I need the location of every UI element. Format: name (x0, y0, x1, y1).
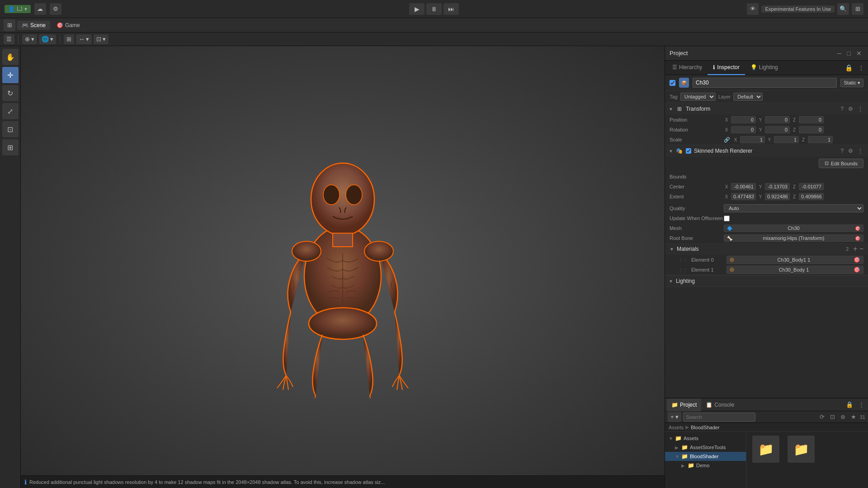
center-row: Center X Y Z (665, 182, 868, 192)
search-btn[interactable]: 🔍 (837, 3, 849, 15)
game-tab[interactable]: 🎯 Game (52, 21, 85, 30)
mesh-value-display[interactable]: 🔷 Ch30 🎯 (724, 225, 863, 232)
mesh-row: Mesh 🔷 Ch30 🎯 (665, 223, 868, 233)
asset-search-input[interactable] (683, 413, 755, 422)
center-x-input[interactable] (731, 183, 756, 190)
play-button[interactable]: ▶ (409, 3, 425, 15)
rect-tool[interactable]: ⊡ (2, 121, 19, 137)
collapse-btn[interactable]: ⊡ (828, 413, 837, 421)
more-btn[interactable]: ⋮ (856, 63, 866, 72)
project-tab[interactable]: 📁 Project (667, 399, 701, 411)
console-tab[interactable]: 📋 Console (701, 399, 739, 411)
maximize-btn[interactable]: □ (845, 49, 853, 58)
global-btn[interactable]: 🌐 ▾ (39, 34, 56, 44)
snap2-btn[interactable]: ↔▾ (76, 34, 92, 44)
element-1-value[interactable]: Ch30_Body 1 🎯 (726, 266, 863, 274)
layer-select[interactable]: Default (733, 93, 763, 101)
center-z-input[interactable] (799, 183, 824, 190)
scene-tab[interactable]: 🎮 Scene (17, 21, 50, 30)
scale-tool[interactable]: ⤢ (2, 103, 19, 119)
mesh-settings-btn[interactable]: ⚙ (847, 147, 854, 155)
extent-x-input[interactable] (731, 193, 756, 200)
tab-inspector[interactable]: ℹ Inspector (708, 61, 745, 75)
scale-values: 🔗 X Y Z (724, 136, 863, 143)
transform-tool[interactable]: ⊞ (2, 139, 19, 155)
material-0-target-btn[interactable]: 🎯 (854, 257, 860, 263)
hand-tool[interactable]: ✋ (2, 49, 19, 65)
panel-more-btn[interactable]: ⋮ (857, 400, 866, 409)
collab-btn[interactable]: 👁 (747, 3, 759, 15)
pos-x-input[interactable] (731, 116, 756, 123)
lock-panel-btn[interactable]: 🔒 (844, 400, 855, 409)
mesh-help-btn[interactable]: ? (839, 147, 845, 155)
transform-settings-btn[interactable]: ⚙ (847, 105, 854, 113)
add-asset-btn[interactable]: + ▾ (668, 412, 681, 422)
scale-x-input[interactable] (740, 136, 765, 143)
pos-y-input[interactable] (765, 116, 790, 123)
breadcrumb-assets[interactable]: Assets (669, 425, 684, 430)
center-y-input[interactable] (765, 183, 790, 190)
scale-z-input[interactable] (808, 136, 833, 143)
rotate-tool[interactable]: ↻ (2, 85, 19, 101)
breadcrumb-current: BloodShader (691, 425, 720, 430)
transform-header[interactable]: ▼ ⊞ Transform ? ⚙ ⋮ (665, 103, 868, 115)
object-enabled-checkbox[interactable] (670, 80, 675, 86)
cloud-btn[interactable]: ☁ (34, 3, 46, 15)
extent-y-input[interactable] (765, 193, 790, 200)
layers-btn[interactable]: ⊞ (852, 3, 863, 15)
remove-material-btn[interactable]: − (859, 245, 863, 253)
update-offscreen-checkbox[interactable] (724, 216, 730, 221)
material-1-target-btn[interactable]: 🎯 (854, 267, 860, 273)
tab-lighting[interactable]: 💡 Lighting (745, 61, 783, 75)
star-btn[interactable]: ★ (849, 413, 858, 421)
element-0-label: Element 0 (691, 257, 723, 263)
edit-bounds-btn[interactable]: ⊡ Edit Bounds (819, 159, 863, 168)
menu-btn[interactable]: ☰ (4, 34, 14, 44)
object-name-input[interactable] (693, 78, 837, 88)
add-material-btn[interactable]: + (853, 245, 857, 253)
rot-y-input[interactable] (765, 126, 790, 133)
tag-label: Tag (670, 94, 678, 99)
tree-item-bloodshader[interactable]: ▼ 📁 BloodShader (665, 452, 746, 461)
lock-btn[interactable]: 🔒 (843, 63, 854, 72)
minimize-btn[interactable]: ─ (835, 49, 844, 58)
transform-help-btn[interactable]: ? (839, 105, 845, 113)
account-badge[interactable]: 👤 LJ ▾ (5, 5, 31, 13)
skinned-mesh-header[interactable]: ▼ 🎭 Skinned Mesh Renderer ? ⚙ ⋮ (665, 145, 868, 157)
lighting-header[interactable]: ▼ Lighting (665, 276, 868, 286)
quality-select[interactable]: Auto 1 Bone 2 Bones 4 Bones (724, 204, 863, 212)
pause-button[interactable]: ⏸ (426, 3, 442, 15)
snap-btn[interactable]: ⊞ (64, 34, 74, 44)
tree-item-assets[interactable]: ▼ 📁 Assets (665, 434, 746, 443)
tag-select[interactable]: Untagged (680, 93, 716, 101)
skinned-mesh-enabled[interactable] (686, 148, 691, 154)
tree-item-demo[interactable]: ▶ 📁 Demo (665, 461, 746, 470)
mesh-more-btn[interactable]: ⋮ (856, 147, 864, 155)
root-bone-value-display[interactable]: 🦴 mixamorig:Hips (Transform) 🎯 (724, 235, 863, 242)
refresh-btn[interactable]: ⟳ (818, 413, 826, 421)
settings-btn[interactable]: ⚙ (50, 3, 61, 15)
grid-view-btn[interactable]: ⊡▾ (94, 34, 108, 44)
viewport[interactable]: ℹ Reduced additional punctual light shad… (21, 46, 665, 488)
center-z-label: Z (792, 184, 797, 189)
close-btn[interactable]: ✕ (854, 49, 863, 58)
materials-header[interactable]: ▼ Materials 2 + − (665, 243, 868, 255)
static-badge[interactable]: Static ▾ (840, 79, 863, 87)
grid-btn[interactable]: ⊞ (4, 19, 15, 31)
element-0-value[interactable]: Ch30_Body1 1 🎯 (726, 256, 863, 264)
rot-x-input[interactable] (731, 126, 756, 133)
extent-z-input[interactable] (799, 193, 824, 200)
rot-z-input[interactable] (799, 126, 824, 133)
asset-folder-2[interactable]: 📁 (785, 436, 817, 464)
asset-folder-1[interactable]: 📁 (750, 436, 782, 464)
transform-more-btn[interactable]: ⋮ (856, 105, 864, 113)
tree-item-assetstoretools[interactable]: ▶ 📁 AssetStoreTools (665, 443, 746, 452)
transform-icon: ⊞ (676, 105, 683, 113)
pos-z-input[interactable] (799, 116, 824, 123)
tab-hierarchy[interactable]: ☰ Hierarchy (667, 61, 708, 75)
scale-y-input[interactable] (774, 136, 799, 143)
step-button[interactable]: ⏭ (443, 3, 459, 15)
pivot-btn[interactable]: ⊕ ▾ (22, 34, 37, 44)
move-tool[interactable]: ✛ (2, 67, 19, 83)
filter-btn[interactable]: ⊛ (839, 413, 847, 421)
